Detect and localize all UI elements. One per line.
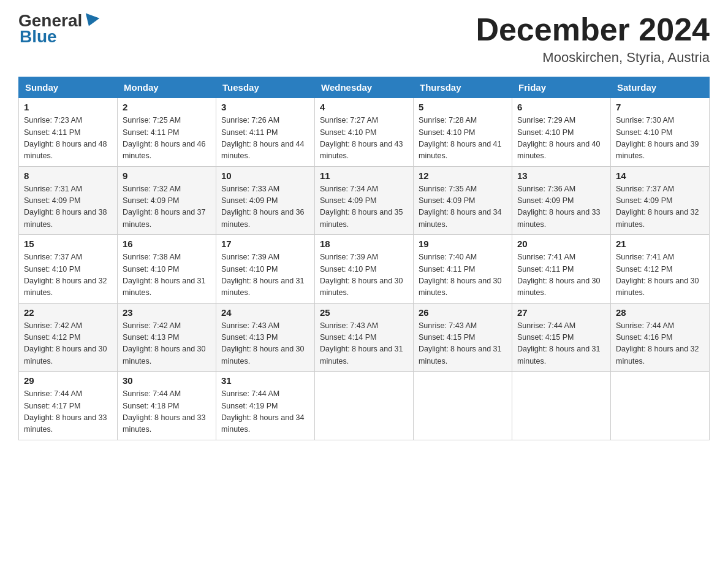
day-number: 27 [517,307,605,318]
day-number: 1 [24,102,112,112]
day-info: Sunrise: 7:43 AMSunset: 4:15 PMDaylight:… [419,321,502,366]
logo-blue-text: Blue [20,27,57,46]
day-number: 11 [320,170,408,181]
day-number: 6 [517,102,605,112]
calendar-week-row: 29 Sunrise: 7:44 AMSunset: 4:17 PMDaylig… [19,372,710,440]
day-info: Sunrise: 7:33 AMSunset: 4:09 PMDaylight:… [221,185,305,229]
day-number: 20 [517,239,605,249]
day-number: 13 [517,170,605,181]
day-info: Sunrise: 7:42 AMSunset: 4:12 PMDaylight:… [24,321,107,366]
calendar-cell: 26 Sunrise: 7:43 AMSunset: 4:15 PMDaylig… [414,303,512,372]
day-number: 4 [320,102,408,112]
calendar-cell: 5 Sunrise: 7:28 AMSunset: 4:10 PMDayligh… [414,98,512,167]
calendar-header-friday: Friday [512,77,611,98]
day-number: 7 [616,102,704,112]
day-number: 5 [419,102,507,112]
calendar-cell: 1 Sunrise: 7:23 AMSunset: 4:11 PMDayligh… [19,98,118,167]
calendar-cell: 8 Sunrise: 7:31 AMSunset: 4:09 PMDayligh… [19,166,118,235]
day-info: Sunrise: 7:42 AMSunset: 4:13 PMDaylight:… [123,321,206,366]
calendar-cell: 6 Sunrise: 7:29 AMSunset: 4:10 PMDayligh… [512,98,611,167]
calendar-header-saturday: Saturday [611,77,710,98]
calendar-header-row: SundayMondayTuesdayWednesdayThursdayFrid… [19,77,710,98]
day-info: Sunrise: 7:39 AMSunset: 4:10 PMDaylight:… [221,253,305,297]
calendar-cell [611,372,710,440]
title-area: December 2024 Mooskirchen, Styria, Austr… [476,12,710,66]
calendar-cell: 4 Sunrise: 7:27 AMSunset: 4:10 PMDayligh… [315,98,414,167]
calendar-week-row: 22 Sunrise: 7:42 AMSunset: 4:12 PMDaylig… [19,303,710,372]
calendar-cell: 23 Sunrise: 7:42 AMSunset: 4:13 PMDaylig… [118,303,216,372]
logo-triangle-icon [82,13,100,28]
day-info: Sunrise: 7:41 AMSunset: 4:11 PMDaylight:… [517,253,601,297]
day-number: 21 [616,239,704,249]
calendar-cell [414,372,512,440]
day-info: Sunrise: 7:43 AMSunset: 4:14 PMDaylight:… [320,321,403,366]
day-number: 31 [221,375,309,386]
day-number: 14 [616,170,704,181]
header: General Blue December 2024 Mooskirchen, … [18,12,710,66]
calendar-cell: 25 Sunrise: 7:43 AMSunset: 4:14 PMDaylig… [315,303,414,372]
day-info: Sunrise: 7:44 AMSunset: 4:16 PMDaylight:… [616,321,699,366]
day-info: Sunrise: 7:29 AMSunset: 4:10 PMDaylight:… [517,116,601,160]
calendar-cell: 30 Sunrise: 7:44 AMSunset: 4:18 PMDaylig… [118,372,216,440]
day-number: 30 [123,375,211,386]
calendar-cell: 28 Sunrise: 7:44 AMSunset: 4:16 PMDaylig… [611,303,710,372]
logo: General Blue [18,12,99,47]
calendar-header-thursday: Thursday [414,77,512,98]
day-number: 26 [419,307,507,318]
day-number: 2 [123,102,211,112]
calendar-cell: 17 Sunrise: 7:39 AMSunset: 4:10 PMDaylig… [216,235,315,304]
day-number: 3 [221,102,309,112]
calendar-cell: 20 Sunrise: 7:41 AMSunset: 4:11 PMDaylig… [512,235,611,304]
day-info: Sunrise: 7:27 AMSunset: 4:10 PMDaylight:… [320,116,403,160]
day-number: 15 [24,239,112,249]
calendar-header-sunday: Sunday [19,77,118,98]
calendar-cell: 10 Sunrise: 7:33 AMSunset: 4:09 PMDaylig… [216,166,315,235]
day-info: Sunrise: 7:44 AMSunset: 4:15 PMDaylight:… [517,321,601,366]
day-number: 10 [221,170,309,181]
calendar-cell: 29 Sunrise: 7:44 AMSunset: 4:17 PMDaylig… [19,372,118,440]
calendar-cell: 7 Sunrise: 7:30 AMSunset: 4:10 PMDayligh… [611,98,710,167]
day-info: Sunrise: 7:39 AMSunset: 4:10 PMDaylight:… [320,253,403,297]
calendar-cell: 22 Sunrise: 7:42 AMSunset: 4:12 PMDaylig… [19,303,118,372]
day-info: Sunrise: 7:31 AMSunset: 4:09 PMDaylight:… [24,185,107,229]
day-info: Sunrise: 7:44 AMSunset: 4:17 PMDaylight:… [24,389,107,434]
calendar-cell: 11 Sunrise: 7:34 AMSunset: 4:09 PMDaylig… [315,166,414,235]
day-info: Sunrise: 7:32 AMSunset: 4:09 PMDaylight:… [123,185,206,229]
day-number: 23 [123,307,211,318]
day-number: 28 [616,307,704,318]
day-number: 24 [221,307,309,318]
calendar-cell: 18 Sunrise: 7:39 AMSunset: 4:10 PMDaylig… [315,235,414,304]
location-subtitle: Mooskirchen, Styria, Austria [476,50,710,66]
day-number: 9 [123,170,211,181]
day-number: 17 [221,239,309,249]
day-info: Sunrise: 7:44 AMSunset: 4:19 PMDaylight:… [221,389,305,434]
calendar-cell: 2 Sunrise: 7:25 AMSunset: 4:11 PMDayligh… [118,98,216,167]
calendar-week-row: 8 Sunrise: 7:31 AMSunset: 4:09 PMDayligh… [19,166,710,235]
calendar-cell: 16 Sunrise: 7:38 AMSunset: 4:10 PMDaylig… [118,235,216,304]
day-info: Sunrise: 7:34 AMSunset: 4:09 PMDaylight:… [320,185,403,229]
calendar-cell: 27 Sunrise: 7:44 AMSunset: 4:15 PMDaylig… [512,303,611,372]
day-info: Sunrise: 7:37 AMSunset: 4:09 PMDaylight:… [616,185,699,229]
calendar-cell: 3 Sunrise: 7:26 AMSunset: 4:11 PMDayligh… [216,98,315,167]
day-info: Sunrise: 7:37 AMSunset: 4:10 PMDaylight:… [24,253,107,297]
calendar-week-row: 15 Sunrise: 7:37 AMSunset: 4:10 PMDaylig… [19,235,710,304]
day-info: Sunrise: 7:25 AMSunset: 4:11 PMDaylight:… [123,116,206,160]
day-number: 12 [419,170,507,181]
day-info: Sunrise: 7:35 AMSunset: 4:09 PMDaylight:… [419,185,502,229]
day-info: Sunrise: 7:40 AMSunset: 4:11 PMDaylight:… [419,253,502,297]
calendar-header-monday: Monday [118,77,216,98]
calendar-table: SundayMondayTuesdayWednesdayThursdayFrid… [18,77,710,440]
calendar-body: 1 Sunrise: 7:23 AMSunset: 4:11 PMDayligh… [19,98,710,440]
calendar-cell: 14 Sunrise: 7:37 AMSunset: 4:09 PMDaylig… [611,166,710,235]
day-info: Sunrise: 7:43 AMSunset: 4:13 PMDaylight:… [221,321,305,366]
day-info: Sunrise: 7:38 AMSunset: 4:10 PMDaylight:… [123,253,206,297]
calendar-cell: 21 Sunrise: 7:41 AMSunset: 4:12 PMDaylig… [611,235,710,304]
calendar-week-row: 1 Sunrise: 7:23 AMSunset: 4:11 PMDayligh… [19,98,710,167]
calendar-cell: 13 Sunrise: 7:36 AMSunset: 4:09 PMDaylig… [512,166,611,235]
calendar-cell: 24 Sunrise: 7:43 AMSunset: 4:13 PMDaylig… [216,303,315,372]
calendar-cell: 12 Sunrise: 7:35 AMSunset: 4:09 PMDaylig… [414,166,512,235]
day-info: Sunrise: 7:41 AMSunset: 4:12 PMDaylight:… [616,253,699,297]
calendar-cell [315,372,414,440]
month-title: December 2024 [476,12,710,47]
day-number: 25 [320,307,408,318]
